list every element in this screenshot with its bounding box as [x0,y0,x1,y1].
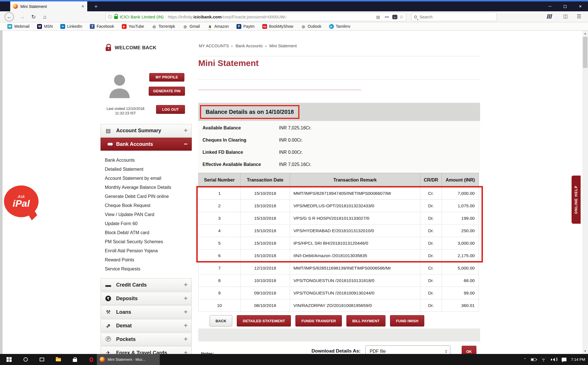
bookmark-item[interactable]: BookMyShow [262,24,293,29]
store-button[interactable] [71,354,79,365]
action-button[interactable]: FUNDS TRANSFER [295,315,342,326]
scroll-up-icon[interactable]: ▲ [582,31,588,36]
balance-row: Available Balance INR 7,025.16Cr. [198,123,480,133]
search-input[interactable] [419,14,494,20]
action-button[interactable]: BACK [210,315,232,326]
site-info-icon[interactable]: ⓘ [108,14,112,20]
action-center-icon[interactable] [562,358,566,361]
tray-expand-icon[interactable]: ⌃ [524,358,526,361]
expand-icon[interactable]: + [184,295,188,302]
expand-icon[interactable]: + [184,336,188,343]
online-help-tab[interactable]: ONLINE HELP [572,176,581,224]
bookmark-item[interactable]: Webmail [7,24,29,29]
accordion-section[interactable]: Account Summary + [101,124,192,137]
accordion-section[interactable]: Pockets + [101,333,192,346]
download-format-select[interactable]: PDF file ▲▼ [365,345,450,354]
file-explorer-button[interactable] [54,354,62,365]
bookmark-item[interactable]: Tamilmv [329,24,350,29]
home-button[interactable]: ⌂ [40,12,50,22]
reload-button[interactable]: ↻ [29,12,38,22]
cell-date: 15/10/2018 [240,187,290,200]
expand-icon[interactable]: + [184,127,188,134]
sidebar-link[interactable]: Update Form 60 [105,219,192,228]
browser-tab[interactable]: Mini Statement ✕ [10,1,87,11]
sidebar-link[interactable]: Bank Accounts [105,156,192,165]
pocket-icon[interactable]: ⌄ [392,15,397,19]
opera-button[interactable] [87,354,95,365]
breadcrumb-item[interactable]: MY ACCOUNTS [199,44,229,48]
breadcrumb-item[interactable]: Bank Accounts [236,44,263,48]
scroll-down-icon[interactable]: ▼ [582,348,588,354]
page-actions-icon[interactable]: ••• [384,15,390,19]
expand-icon[interactable]: − [184,140,188,148]
bookmark-item[interactable]: Facebook [90,24,114,29]
start-button[interactable] [5,354,13,365]
sidebar-link[interactable]: Cheque Book Request [105,201,192,210]
scrollbar-thumb[interactable] [583,37,587,68]
sidebar-link[interactable]: View / Update PAN Card [105,210,192,219]
expand-icon[interactable]: + [184,349,188,354]
accordion-section[interactable]: Demat + [101,319,192,332]
log-out-button[interactable]: LOG OUT [156,105,185,114]
active-task-button[interactable]: Mini Statement - Moz... [97,354,160,365]
col-amount: Amount (INR) [442,173,479,187]
maximize-button[interactable] [557,1,573,11]
close-button[interactable]: ✕ [573,1,588,11]
site-identity[interactable]: ICICI Bank Limited (IN) [120,14,163,19]
reader-mode-icon[interactable]: ▤ [375,15,382,19]
sidebar-link[interactable]: Account Statement by email [105,174,192,183]
expand-icon[interactable]: + [184,308,188,316]
page-scrollbar[interactable]: ▲ ▼ [582,31,588,354]
forward-button[interactable]: → [18,12,27,22]
bookmark-star-icon[interactable]: ☆ [399,14,404,20]
sidebar-link[interactable]: Detailed Statement [105,165,192,174]
bookmark-item[interactable]: Gmail [183,24,200,29]
bookmark-item[interactable]: Amazon [208,24,229,29]
back-button[interactable]: ← [5,12,14,22]
sidebar-accordion: Account Summary + Bank Accounts − Bank A… [101,124,192,354]
library-icon[interactable] [547,14,549,19]
ask-ipal-widget[interactable]: Ask iPal [4,185,39,217]
sidebar-link[interactable]: Service Requests [105,264,192,274]
tab-close-icon[interactable]: ✕ [81,4,84,8]
accordion-section[interactable]: Deposits + [101,292,192,305]
ok-button[interactable]: OK [462,346,476,354]
action-button[interactable]: DETAILED STATEMENT [237,315,291,326]
volume-icon[interactable]: )) [551,358,557,362]
my-profile-button[interactable]: MY PROFILE [149,73,184,82]
expand-icon[interactable]: + [184,322,188,329]
task-view-button[interactable] [38,354,46,365]
url-text[interactable]: https://infinity.icicibank.com/corp/Fina… [168,14,373,19]
bookmark-item[interactable]: LinkedIn [60,24,82,29]
search-box[interactable] [411,12,497,21]
action-button[interactable]: FUND IWISH [390,315,424,326]
bookmark-item[interactable]: YouTube [122,24,144,29]
accordion-section[interactable]: Bank Accounts − [101,138,192,151]
sidebar-link[interactable]: Monthly Average Balance Details [105,183,192,192]
accordion-section[interactable]: Loans + [101,306,192,319]
sidebar-link[interactable]: Block Debit/ ATM card [105,228,192,237]
accordion-section[interactable]: Credit Cards + [101,278,192,291]
bookmark-item[interactable]: Outlook [301,24,321,29]
sidebar-link[interactable]: Reward Points [105,255,192,264]
accordion-section[interactable]: Forex & Travel Cards + [101,346,192,354]
expand-icon[interactable]: + [184,281,188,289]
menu-icon[interactable]: ☰ [577,13,581,20]
bookmark-item[interactable]: Torrentpk [152,24,175,29]
generate-pin-button[interactable]: GENERATE PIN [149,87,185,96]
new-tab-button[interactable]: + [91,1,101,11]
url-bar[interactable]: ⓘ ICICI Bank Limited (IN) https://infini… [105,12,406,21]
sidebar-link[interactable]: Enroll Atal Pension Yojana [105,246,192,255]
sidebar-link[interactable]: Generate Debit Card PIN online [105,192,192,201]
taskbar-clock[interactable]: 7:14 PM [571,357,585,362]
minimize-button[interactable] [542,1,557,11]
sidebars-icon[interactable]: ◫ [563,13,568,19]
bookmark-item[interactable]: Paytm [237,24,255,29]
wifi-icon[interactable] [541,358,546,362]
sidebar-link[interactable]: PM Social Security Schemes [105,237,192,246]
action-button[interactable]: BILL PAYMENT [346,315,385,326]
cortana-button[interactable] [22,354,29,365]
bookmark-item[interactable]: MSN [37,24,53,29]
battery-icon[interactable] [531,358,536,361]
faded-divider [198,89,361,90]
